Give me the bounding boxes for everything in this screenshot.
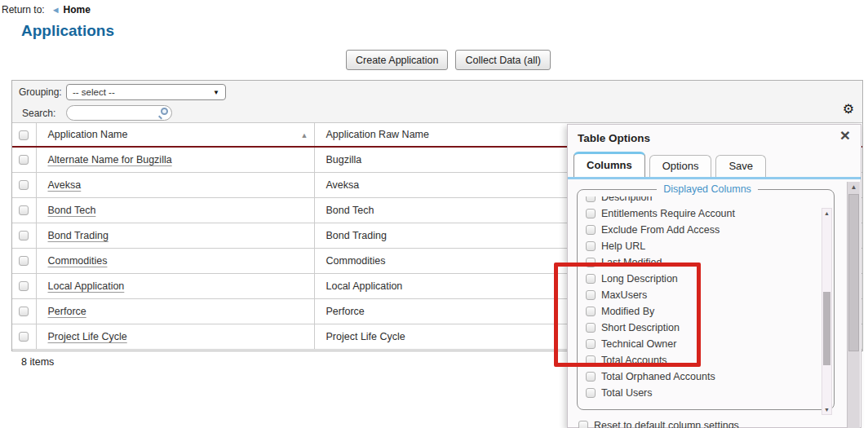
column-header-label: Application Name xyxy=(48,129,128,140)
application-name-cell: Commodities xyxy=(36,248,314,273)
application-link[interactable]: Commodities xyxy=(48,255,108,267)
column-option-label: MaxUsers xyxy=(601,289,647,301)
column-header-label: Application Raw Name xyxy=(326,129,429,140)
row-checkbox[interactable] xyxy=(19,205,29,215)
column-option-label: Total Accounts xyxy=(601,355,667,366)
column-option-label: Long Description xyxy=(601,273,678,285)
row-checkbox[interactable] xyxy=(19,332,29,342)
column-option: Help URL xyxy=(586,238,832,254)
column-option-label: Total Orphaned Accounts xyxy=(601,371,715,382)
application-link[interactable]: Local Application xyxy=(48,280,125,292)
panel-scrollbar[interactable]: ▲ xyxy=(847,182,860,428)
create-application-button[interactable]: Create Application xyxy=(346,50,448,70)
scrollbar-thumb[interactable] xyxy=(848,194,859,351)
row-checkbox-cell xyxy=(12,298,36,324)
application-name-cell: Bond Trading xyxy=(36,223,314,248)
application-name-cell: Aveksa xyxy=(36,172,314,197)
column-option-label: Exclude From Add Access xyxy=(601,224,720,236)
column-option: Exclude From Add Access xyxy=(586,222,832,238)
collect-data-button[interactable]: Collect Data (all) xyxy=(455,50,550,70)
breadcrumb: Return to:◄Home xyxy=(2,4,91,15)
column-option-label: Help URL xyxy=(601,240,645,252)
column-option-checkbox[interactable] xyxy=(586,196,596,202)
row-checkbox[interactable] xyxy=(19,231,29,240)
displayed-columns-fieldset: Displayed Columns DescriptionEntitlement… xyxy=(577,183,835,410)
table-options-panel: Table Options × Columns Options Save Dis… xyxy=(567,124,861,428)
column-option-checkbox[interactable] xyxy=(586,372,596,382)
scrollbar-thumb[interactable] xyxy=(823,292,830,365)
column-header-application-name[interactable]: Application Name ▲ xyxy=(36,123,314,147)
application-link[interactable]: Alternate Name for Bugzilla xyxy=(48,154,172,165)
search-icon[interactable] xyxy=(157,108,168,118)
row-checkbox[interactable] xyxy=(19,281,29,291)
row-checkbox[interactable] xyxy=(19,256,29,266)
reset-columns-label: Reset to default column settings xyxy=(594,420,739,428)
column-option-checkbox[interactable] xyxy=(586,323,596,333)
application-name-cell: Project Life Cycle xyxy=(36,324,314,349)
column-option-checkbox[interactable] xyxy=(586,355,596,365)
reset-columns-checkbox[interactable] xyxy=(578,421,588,428)
column-option-checkbox[interactable] xyxy=(586,388,596,398)
application-link[interactable]: Project Life Cycle xyxy=(48,331,127,342)
application-link[interactable]: Bond Tech xyxy=(48,205,96,216)
column-option-checkbox[interactable] xyxy=(586,209,596,218)
search-input[interactable] xyxy=(66,105,172,121)
scroll-up-icon[interactable]: ▲ xyxy=(822,210,831,216)
grouping-label: Grouping: xyxy=(19,86,62,98)
grouping-select[interactable]: -- select -- ▼ xyxy=(66,84,226,100)
scroll-down-icon[interactable]: ▼ xyxy=(822,407,831,413)
column-option-checkbox[interactable] xyxy=(586,225,596,235)
column-option-checkbox[interactable] xyxy=(586,307,596,316)
column-option-checkbox[interactable] xyxy=(586,258,596,267)
select-all-checkbox[interactable] xyxy=(19,130,29,140)
application-name-cell: Perforce xyxy=(36,298,314,324)
application-link[interactable]: Aveksa xyxy=(48,179,82,191)
column-option-label: Last Modified xyxy=(601,257,662,268)
scroll-up-icon[interactable]: ▲ xyxy=(848,183,860,191)
grouping-selected-value: -- select -- xyxy=(73,87,115,97)
grid-toolbar: Grouping: -- select -- ▼ Search: ⚙ xyxy=(12,81,862,123)
column-option-label: Entitlements Require Account xyxy=(601,208,735,219)
list-scrollbar[interactable]: ▲ ▼ xyxy=(822,208,832,415)
row-checkbox-cell xyxy=(12,172,36,197)
row-checkbox[interactable] xyxy=(19,180,29,190)
row-checkbox-cell xyxy=(12,324,36,349)
column-options-list: DescriptionEntitlements Require AccountE… xyxy=(582,196,832,402)
search-label: Search: xyxy=(22,108,55,119)
tab-columns[interactable]: Columns xyxy=(574,152,645,177)
displayed-columns-legend: Displayed Columns xyxy=(657,183,758,195)
column-option-checkbox[interactable] xyxy=(586,274,596,284)
column-option-checkbox[interactable] xyxy=(586,339,596,349)
column-option-label: Description xyxy=(601,196,653,203)
return-to-label: Return to: xyxy=(2,4,45,15)
column-option: Last Modified xyxy=(586,254,832,271)
column-option-label: Short Description xyxy=(601,322,680,333)
column-option: Modified By xyxy=(586,303,832,320)
column-option-checkbox[interactable] xyxy=(586,290,596,300)
gear-icon[interactable]: ⚙ xyxy=(843,103,854,116)
home-link[interactable]: Home xyxy=(64,4,91,15)
column-option-label: Technical Owner xyxy=(601,338,676,350)
application-name-cell: Local Application xyxy=(36,273,314,298)
row-checkbox-cell xyxy=(12,273,36,298)
page-title: Applications xyxy=(21,22,114,40)
column-option: Technical Owner xyxy=(586,336,832,352)
row-checkbox-cell xyxy=(12,223,36,248)
back-arrow-icon: ◄ xyxy=(51,5,60,15)
column-option: Short Description xyxy=(586,320,832,336)
row-checkbox[interactable] xyxy=(19,155,29,165)
tab-options[interactable]: Options xyxy=(649,155,712,177)
row-checkbox-cell xyxy=(12,248,36,273)
reset-columns-row: Reset to default column settings xyxy=(578,420,739,428)
tab-save[interactable]: Save xyxy=(715,155,766,177)
select-all-header xyxy=(12,123,36,147)
application-link[interactable]: Perforce xyxy=(48,306,86,317)
column-option-checkbox[interactable] xyxy=(586,241,596,251)
top-actions: Create Application Collect Data (all) xyxy=(346,50,551,70)
close-icon[interactable]: × xyxy=(840,126,850,145)
column-option: Total Orphaned Accounts xyxy=(586,368,832,385)
row-checkbox[interactable] xyxy=(19,307,29,316)
application-link[interactable]: Bond Trading xyxy=(48,230,108,241)
sort-ascending-icon[interactable]: ▲ xyxy=(301,131,308,139)
column-option: Long Description xyxy=(586,271,832,287)
